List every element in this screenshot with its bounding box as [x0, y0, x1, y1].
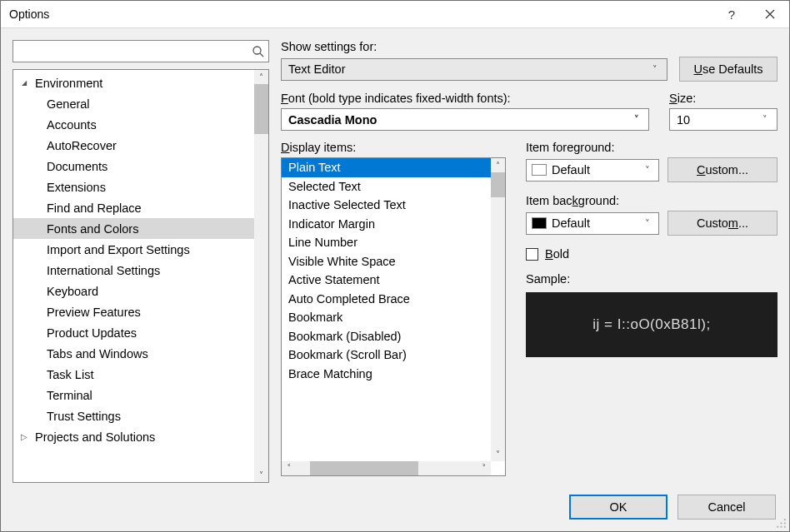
tree-item-label: Trust Settings [47, 410, 121, 423]
list-item[interactable]: Plain Text [282, 158, 491, 177]
search-icon [252, 45, 265, 58]
tree-item[interactable]: Find and Replace [13, 197, 254, 218]
options-dialog: Options ? ◢EnvironmentGeneralAccountsAut… [0, 0, 790, 532]
tree-item-label: Keyboard [47, 285, 98, 298]
scroll-thumb[interactable] [491, 172, 505, 197]
list-item[interactable]: Bookmark (Disabled) [282, 327, 491, 346]
list-item[interactable]: Line Number [282, 233, 491, 252]
background-value: Default [552, 216, 590, 230]
dialog-footer: OK Cancel [1, 483, 789, 531]
tree-item-label: Documents [47, 160, 108, 173]
list-vscrollbar[interactable]: ˄ ˅ [491, 158, 505, 461]
tree-item[interactable]: Task List [13, 364, 254, 385]
list-hscrollbar[interactable]: ˂ ˃ [282, 461, 491, 475]
scroll-thumb[interactable] [254, 84, 268, 134]
bold-checkbox-row[interactable]: Bold [526, 247, 778, 261]
tree-item[interactable]: Extensions [13, 177, 254, 197]
tree-item[interactable]: ◢Environment [13, 72, 254, 93]
list-item[interactable]: Inactive Selected Text [282, 196, 491, 215]
foreground-value: Default [552, 163, 590, 177]
list-item[interactable]: Bookmark [282, 308, 491, 327]
tree-item-label: Fonts and Colors [47, 222, 138, 236]
tree-items: ◢EnvironmentGeneralAccountsAutoRecoverDo… [13, 70, 254, 482]
category-tree: ◢EnvironmentGeneralAccountsAutoRecoverDo… [12, 69, 269, 483]
cancel-button[interactable]: Cancel [678, 495, 776, 520]
scroll-up-icon[interactable]: ˄ [254, 70, 268, 84]
tree-item[interactable]: AutoRecover [13, 135, 254, 156]
search-input[interactable] [18, 44, 252, 59]
sample-preview: ij = I::oO(0xB81l); [526, 292, 778, 357]
tree-item[interactable]: Tabs and Windows [13, 343, 254, 364]
foreground-custom-button[interactable]: Custom... [668, 157, 778, 182]
tree-item[interactable]: Product Updates [13, 322, 254, 343]
display-columns: Display items: Plain TextSelected TextIn… [281, 141, 778, 476]
tree-item[interactable]: Import and Export Settings [13, 239, 254, 260]
tree-item-label: Environment [35, 77, 102, 90]
show-settings-dropdown[interactable]: Text Editor ˅ [281, 58, 668, 81]
color-swatch [532, 164, 547, 176]
foreground-label: Item foreground: [526, 141, 778, 154]
scroll-right-icon[interactable]: ˃ [477, 461, 491, 475]
list-item[interactable]: Bookmark (Scroll Bar) [282, 346, 491, 365]
close-icon [765, 9, 775, 19]
scroll-left-icon[interactable]: ˂ [282, 461, 296, 475]
font-combo[interactable]: Cascadia Mono ˅ [281, 108, 649, 131]
list-item[interactable]: Active Statement [282, 271, 491, 290]
svg-point-7 [784, 526, 786, 528]
tree-item[interactable]: Trust Settings [13, 405, 254, 426]
tree-item[interactable]: Terminal [13, 385, 254, 405]
ok-button[interactable]: OK [569, 495, 668, 520]
close-button[interactable] [751, 1, 789, 28]
display-items-listbox[interactable]: Plain TextSelected TextInactive Selected… [281, 157, 506, 476]
tree-item[interactable]: General [13, 93, 254, 114]
bold-checkbox[interactable] [526, 248, 538, 261]
font-section: Font (bold type indicates fixed-width fo… [281, 92, 778, 131]
tree-item[interactable]: Accounts [13, 114, 254, 135]
foreground-dropdown[interactable]: Default ˅ [526, 159, 659, 181]
scroll-down-icon[interactable]: ˅ [491, 447, 505, 461]
list-item[interactable]: Selected Text [282, 177, 491, 196]
resize-grip-icon[interactable] [776, 518, 787, 529]
chevron-down-icon: ˅ [640, 213, 655, 234]
tree-item[interactable]: International Settings [13, 260, 254, 281]
scroll-thumb[interactable] [310, 461, 418, 475]
tree-item[interactable]: Fonts and Colors [13, 218, 254, 239]
list-item[interactable]: Indicator Margin [282, 215, 491, 234]
svg-point-2 [784, 519, 786, 520]
background-dropdown[interactable]: Default ˅ [526, 212, 659, 235]
tree-scrollbar[interactable]: ˄ ˅ [254, 70, 268, 482]
show-settings-section: Show settings for: Text Editor ˅ Use Def… [281, 40, 778, 82]
tree-item-label: Terminal [47, 389, 92, 402]
background-custom-button[interactable]: Custom... [668, 211, 778, 236]
sample-text: ij = I::oO(0xB81l); [592, 316, 710, 333]
svg-point-6 [780, 526, 782, 528]
svg-line-1 [260, 53, 263, 57]
size-combo[interactable]: 10 ˅ [669, 108, 778, 131]
cancel-label: Cancel [708, 500, 745, 514]
color-swatch [532, 217, 547, 229]
list-item[interactable]: Auto Completed Brace [282, 290, 491, 309]
tree-item[interactable]: Preview Features [13, 301, 254, 322]
tree-item-label: Task List [47, 368, 93, 381]
size-label: Size: [669, 92, 778, 105]
tree-item[interactable]: ▷Projects and Solutions [13, 426, 254, 447]
use-defaults-button[interactable]: Use Defaults [679, 57, 778, 82]
tree-item-label: International Settings [47, 264, 160, 277]
search-box[interactable] [12, 40, 269, 62]
list-item[interactable]: Brace Matching [282, 365, 491, 384]
tree-item-label: AutoRecover [47, 139, 117, 152]
chevron-down-icon: ˅ [757, 109, 773, 130]
dialog-title: Options [9, 7, 712, 21]
tree-item[interactable]: Documents [13, 156, 254, 177]
scroll-up-icon[interactable]: ˄ [491, 158, 505, 172]
expander-closed-icon[interactable]: ▷ [18, 432, 30, 441]
tree-item[interactable]: Keyboard [13, 281, 254, 301]
list-item[interactable]: Visible White Space [282, 252, 491, 271]
scroll-down-icon[interactable]: ˅ [254, 468, 268, 482]
expander-open-icon[interactable]: ◢ [18, 79, 30, 87]
size-value: 10 [677, 113, 690, 127]
chevron-down-icon: ˅ [640, 160, 655, 181]
help-button[interactable]: ? [712, 1, 751, 28]
svg-point-4 [784, 522, 786, 524]
tree-item-label: Product Updates [47, 326, 137, 340]
